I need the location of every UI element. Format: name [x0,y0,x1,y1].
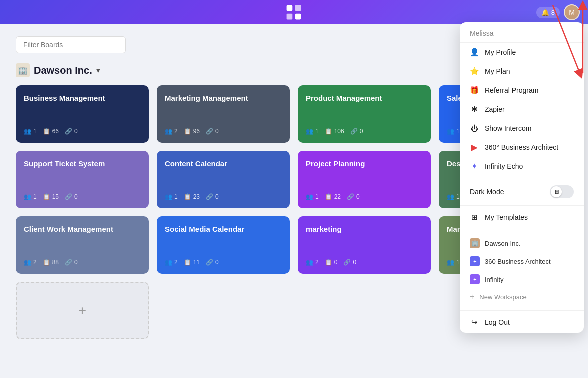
filter-boards-input[interactable] [16,36,126,53]
svg-rect-2 [287,14,293,20]
profile-icon: 👤 [470,48,479,57]
links-icon: 🔗 [350,128,358,135]
members-icon: 👥 [447,193,454,200]
board-card-stats: 👥 1 📋 66 🔗 0 [24,128,141,135]
board-card[interactable]: Product Management 👥 1 📋 106 🔗 0 [298,85,431,143]
dark-mode-label: Dark Mode [470,188,504,196]
docs-value: 11 [194,259,200,266]
board-card[interactable]: marketing 👥 2 📋 0 🔗 0 [298,216,431,274]
links-value: 0 [74,128,78,135]
360-business-item[interactable]: ▶ 360° Business Architect [460,138,584,157]
links-icon: 🔗 [65,193,72,200]
workspace-avatar: 🏢 [16,63,30,77]
board-docs-stat: 📋 88 [43,259,59,266]
my-templates-label: My Templates [485,213,528,221]
board-card[interactable]: Social Media Calendar 👥 2 📋 11 🔗 0 [157,216,290,274]
docs-value: 96 [194,128,200,135]
log-out-item[interactable]: ↪ Log Out [460,313,584,333]
plus-icon: + [470,292,474,301]
board-links-stat: 🔗 0 [206,193,219,200]
links-icon: 🔗 [347,193,354,200]
board-card[interactable]: Support Ticket System 👥 1 📋 15 🔗 0 [16,151,149,208]
dropdown-username: Melissa [460,22,584,43]
plus-icon: + [78,303,86,319]
members-icon: 👥 [306,128,314,135]
dark-mode-toggle[interactable]: 🖥 [550,185,574,198]
infinity-echo-label: Infinity Echo [485,162,523,170]
links-icon: 🔗 [206,259,214,266]
board-card[interactable]: Project Planning 👥 1 📋 22 🔗 0 [298,151,431,208]
board-links-stat: 🔗 0 [206,259,219,266]
divider-1 [460,178,584,178]
workspace-section: 🏢 Dawson Inc. ✦ 360 Business Architect ✦… [460,231,584,308]
workspace-infinity[interactable]: ✦ Infinity [460,270,584,288]
members-icon: 👥 [447,259,454,266]
board-card-stats: 👥 2 📋 96 🔗 0 [165,128,282,135]
infinity-echo-item[interactable]: ✦ Infinity Echo [460,157,584,176]
my-profile-label: My Profile [485,48,516,56]
members-value: 2 [316,259,319,266]
chevron-down-icon[interactable]: ▾ [96,66,100,74]
board-members-stat: 👥 1 [447,128,460,135]
docs-icon: 📋 [325,193,332,200]
infinity-workspace-icon: ✦ [470,274,480,284]
board-card[interactable]: Marketing Management 👥 2 📋 96 🔗 0 [157,85,290,143]
show-intercom-item[interactable]: ⏻ Show Intercom [460,119,584,138]
templates-icon: ⊞ [470,213,479,222]
workspace-dawson-inc[interactable]: 🏢 Dawson Inc. [460,234,584,252]
360-label: 360° Business Architect [485,143,558,151]
zapier-icon: ✱ [470,105,479,114]
user-avatar-button[interactable]: M [564,4,580,20]
add-board-button[interactable]: + [16,282,149,339]
zapier-item[interactable]: ✱ Zapier [460,100,584,119]
referral-icon: 🎁 [470,86,479,95]
members-value: 1 [34,193,37,200]
members-icon: 👥 [24,193,32,200]
links-value: 0 [353,259,356,266]
members-icon: 👥 [306,193,314,200]
links-value: 0 [74,259,78,266]
360-workspace-icon: ✦ [470,256,480,266]
board-card-title: Marketing Management [165,93,282,103]
board-card[interactable]: Business Management 👥 1 📋 66 🔗 0 [16,85,149,143]
board-docs-stat: 📋 11 [184,259,200,266]
dawson-workspace-icon: 🏢 [470,238,480,248]
user-dropdown-menu: Melissa 👤 My Profile ⭐ My Plan 🎁 Referra… [460,22,584,333]
my-profile-item[interactable]: 👤 My Profile [460,43,584,62]
divider-3 [460,229,584,229]
board-card-title: Business Management [24,93,141,103]
new-workspace-item[interactable]: + New Workspace [460,288,584,305]
dark-mode-row: Dark Mode 🖥 [460,180,584,203]
my-templates-item[interactable]: ⊞ My Templates [460,208,584,227]
board-docs-stat: 📋 23 [184,193,200,200]
monitor-icon: 🖥 [554,189,560,195]
zapier-label: Zapier [485,105,505,113]
board-links-stat: 🔗 0 [347,193,360,200]
my-plan-item[interactable]: ⭐ My Plan [460,62,584,81]
board-members-stat: 👥 1 [447,259,460,266]
360-icon: ▶ [470,143,479,152]
infinity-echo-icon: ✦ [470,162,479,171]
docs-icon: 📋 [184,128,192,135]
members-value: 1 [316,128,319,135]
log-out-label: Log Out [485,318,510,326]
workspace-360-business[interactable]: ✦ 360 Business Architect [460,252,584,270]
referral-program-item[interactable]: 🎁 Referral Program [460,81,584,100]
members-icon: 👥 [306,259,314,266]
board-docs-stat: 📋 66 [43,128,59,135]
links-icon: 🔗 [206,128,214,135]
links-value: 0 [216,259,219,266]
board-members-stat: 👥 1 [24,193,37,200]
docs-icon: 📋 [184,259,192,266]
members-icon: 👥 [165,193,172,200]
board-docs-stat: 📋 106 [325,128,344,135]
notification-button[interactable]: 🔔 8 [536,7,560,18]
members-value: 2 [34,259,37,266]
board-docs-stat: 📋 0 [325,259,338,266]
board-card[interactable]: Client Work Management 👥 2 📋 88 🔗 0 [16,216,149,274]
board-members-stat: 👥 2 [165,128,178,135]
360-workspace-label: 360 Business Architect [485,258,551,265]
board-card[interactable]: Content Calendar 👥 1 📋 23 🔗 0 [157,151,290,208]
workspace-title: 🏢 Dawson Inc. ▾ [16,63,100,77]
links-value: 0 [216,128,219,135]
